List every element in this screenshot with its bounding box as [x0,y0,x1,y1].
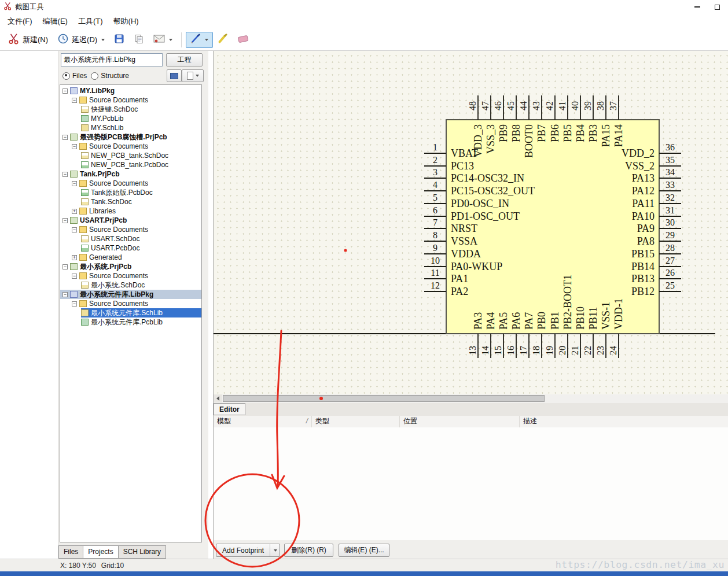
pin-name: PB2-BOOT1 [562,275,573,330]
schematic-editor-canvas[interactable]: 1VBAT2PC133PC14-OSC32_IN4PC15-OSC32_OUT5… [213,51,728,394]
tree-item[interactable]: Tank.SchDoc [60,197,201,206]
expand-toggle[interactable]: − [62,88,68,94]
schdoc-icon [81,106,89,113]
pin-number: 21 [570,346,580,355]
tree-item[interactable]: −Source Documents [60,271,201,280]
pin-name: PB13 [631,273,655,285]
tree-item[interactable]: −Source Documents [60,225,201,234]
pin-name: PB8 [510,124,522,142]
menu-item-2[interactable]: 编辑(E) [38,14,73,28]
expand-toggle[interactable]: − [72,301,77,307]
expand-toggle[interactable]: + [72,209,77,214]
remove-button[interactable]: 删除(R) (R) [284,544,333,557]
pin-name: PA1 [451,273,468,285]
captured-screenshot: 工程 Files Structure −MY.LibPkg−Source Doc… [0,51,728,576]
column-header-3[interactable]: 位置 [400,416,520,427]
component-tool-button[interactable] [167,69,182,82]
save-button[interactable] [109,32,129,48]
tree-item[interactable]: +Generated [60,253,201,262]
tree-item[interactable]: −最小系统元件库.LibPkg [60,290,201,299]
tree-item[interactable]: +Libraries [60,206,201,216]
tree-item[interactable]: −Source Documents [60,179,201,188]
prjpcb-icon [70,171,78,178]
project-button[interactable]: 工程 [166,53,203,67]
tree-item[interactable]: 最小系统.SchDoc [60,280,201,290]
project-selector[interactable] [61,53,163,67]
tree-item[interactable]: −最小系统.PrjPcb [60,262,201,271]
pin-number: 12 [431,280,440,290]
expand-toggle[interactable]: − [62,264,68,269]
window-title: 截图工具 [15,2,44,12]
expand-toggle[interactable]: − [62,172,68,177]
menu-item-4[interactable]: 帮助(H) [108,14,144,28]
files-radio-label: Files [72,72,87,80]
pin-number: 26 [666,268,675,278]
expand-toggle[interactable]: − [62,218,68,223]
expand-toggle[interactable]: − [72,98,77,103]
pin-name: VSS-1 [600,302,612,330]
menubar: 文件(F)编辑(E)工具(T)帮助(H) [0,14,728,29]
column-header-4[interactable]: 描述 [520,416,728,427]
pin-number: 19 [545,346,554,355]
expand-toggle[interactable]: − [62,135,68,140]
tree-item[interactable]: USART.SchDoc [60,234,201,243]
panel-tab-files[interactable]: Files [58,545,83,559]
tree-item-label: USART.PcbDoc [91,244,142,252]
tree-item[interactable]: 最小系统元件库.PcbLib [60,317,201,327]
column-header-1[interactable]: 模型/ [214,416,312,427]
structure-radio[interactable] [91,72,98,80]
highlighter-button[interactable] [213,32,233,48]
tree-item[interactable]: NEW_PCB_tank.PcbDoc [60,160,201,169]
email-button[interactable] [149,32,177,48]
tree-item-label: 最小系统.SchDoc [91,280,147,290]
document-tool-button[interactable] [182,69,204,82]
files-radio[interactable] [62,72,70,80]
expand-toggle[interactable]: − [72,144,77,149]
tree-item[interactable]: −Source Documents [60,299,201,308]
minimize-button[interactable] [687,0,707,14]
tree-item[interactable]: 快捷键.SchDoc [60,105,201,114]
menu-item-1[interactable]: 文件(F) [2,14,38,28]
tree-item[interactable]: −Source Documents [60,95,201,105]
panel-tab-projects[interactable]: Projects [83,545,118,559]
edit-button[interactable]: 编辑(E) (E)... [339,544,389,557]
prjpcb-icon [70,217,78,224]
tree-item[interactable]: Tank原始版.PcbDoc [60,188,201,197]
eraser-button[interactable] [233,32,253,48]
tree-item[interactable]: MY.SchLib [60,123,201,132]
panel-tab-sch-library[interactable]: SCH Library [118,545,166,559]
copy-button[interactable] [129,32,149,48]
tree-item[interactable]: USART.PcbDoc [60,243,201,253]
editor-tab[interactable]: Editor [214,403,245,415]
expand-toggle[interactable]: − [72,274,77,279]
pcblib-icon [81,319,89,326]
add-footprint-button[interactable]: Add Footprint [216,544,280,557]
tree-item[interactable]: MY.PcbLib [60,114,201,123]
tree-item[interactable]: −USART.PrjPcb [60,216,201,225]
expand-toggle[interactable]: + [72,255,77,260]
tree-item[interactable]: 最小系统元件库.SchLib [60,308,201,317]
column-header-2[interactable]: 类型 [312,416,400,427]
tree-item[interactable]: −MY.LibPkg [60,86,201,95]
tree-item[interactable]: −最强势版PCB腐蚀槽.PrjPcb [60,132,201,142]
expand-toggle[interactable]: − [72,227,77,232]
folder-icon [79,272,87,279]
tree-item[interactable]: −Source Documents [60,142,201,151]
pin-name: PA3 [472,312,484,330]
maximize-button[interactable] [707,0,727,14]
expand-toggle[interactable]: − [72,181,77,186]
pen-button[interactable] [186,32,213,48]
horizontal-scrollbar[interactable] [214,394,728,404]
tree-item[interactable]: −Tank.PrjPcb [60,169,201,179]
new-capture-button[interactable]: 新建(N) [3,32,53,48]
pin-number: 1 [433,142,437,152]
add-footprint-dropdown[interactable] [270,544,280,556]
tree-item[interactable]: NEW_PCB_tank.SchDoc [60,151,201,160]
scroll-left-arrow[interactable] [214,394,222,403]
pin-name: PA6 [510,312,522,330]
expand-toggle[interactable]: − [62,292,68,297]
document-icon [187,72,193,80]
menu-item-3[interactable]: 工具(T) [73,14,108,28]
scrollbar-thumb[interactable] [223,395,545,402]
delay-button[interactable]: 延迟(D) [53,32,109,48]
